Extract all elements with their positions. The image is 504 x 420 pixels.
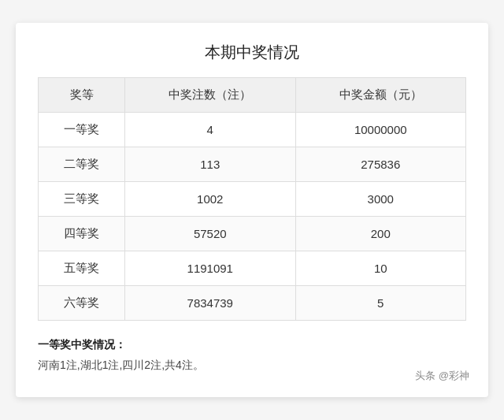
cell-count: 4 bbox=[125, 113, 295, 147]
cell-prize: 二等奖 bbox=[39, 147, 125, 182]
cell-prize: 六等奖 bbox=[39, 286, 125, 321]
table-row: 二等奖113275836 bbox=[39, 147, 466, 182]
cell-amount: 275836 bbox=[295, 147, 466, 182]
footer-detail: 河南1注,湖北1注,四川2注,共4注。 bbox=[38, 359, 204, 371]
cell-prize: 一等奖 bbox=[39, 113, 125, 147]
cell-count: 1191091 bbox=[125, 251, 295, 286]
footer-title: 一等奖中奖情况： bbox=[38, 338, 126, 351]
main-card: 本期中奖情况 奖等 中奖注数（注） 中奖金额（元） 一等奖410000000二等… bbox=[16, 23, 488, 396]
cell-prize: 三等奖 bbox=[39, 182, 125, 217]
cell-count: 57520 bbox=[125, 217, 295, 251]
prize-table-body: 一等奖410000000二等奖113275836三等奖10023000四等奖57… bbox=[39, 113, 466, 321]
cell-count: 1002 bbox=[125, 182, 295, 217]
table-row: 三等奖10023000 bbox=[39, 182, 466, 217]
cell-amount: 5 bbox=[295, 286, 466, 321]
watermark: 头条 @彩神 bbox=[415, 369, 469, 383]
cell-amount: 200 bbox=[295, 217, 466, 251]
page-title: 本期中奖情况 bbox=[38, 42, 466, 63]
prize-table: 奖等 中奖注数（注） 中奖金额（元） 一等奖410000000二等奖113275… bbox=[38, 77, 466, 321]
footer-section: 一等奖中奖情况： 河南1注,湖北1注,四川2注,共4注。 bbox=[38, 335, 466, 374]
cell-amount: 3000 bbox=[295, 182, 466, 217]
table-row: 六等奖78347395 bbox=[39, 286, 466, 321]
cell-prize: 四等奖 bbox=[39, 217, 125, 251]
header-amount: 中奖金额（元） bbox=[295, 78, 466, 113]
cell-amount: 10 bbox=[295, 251, 466, 286]
table-row: 四等奖57520200 bbox=[39, 217, 466, 251]
cell-count: 113 bbox=[125, 147, 295, 182]
cell-prize: 五等奖 bbox=[39, 251, 125, 286]
table-row: 一等奖410000000 bbox=[39, 113, 466, 147]
cell-amount: 10000000 bbox=[295, 113, 466, 147]
header-prize: 奖等 bbox=[39, 78, 125, 113]
cell-count: 7834739 bbox=[125, 286, 295, 321]
header-count: 中奖注数（注） bbox=[125, 78, 295, 113]
table-row: 五等奖119109110 bbox=[39, 251, 466, 286]
